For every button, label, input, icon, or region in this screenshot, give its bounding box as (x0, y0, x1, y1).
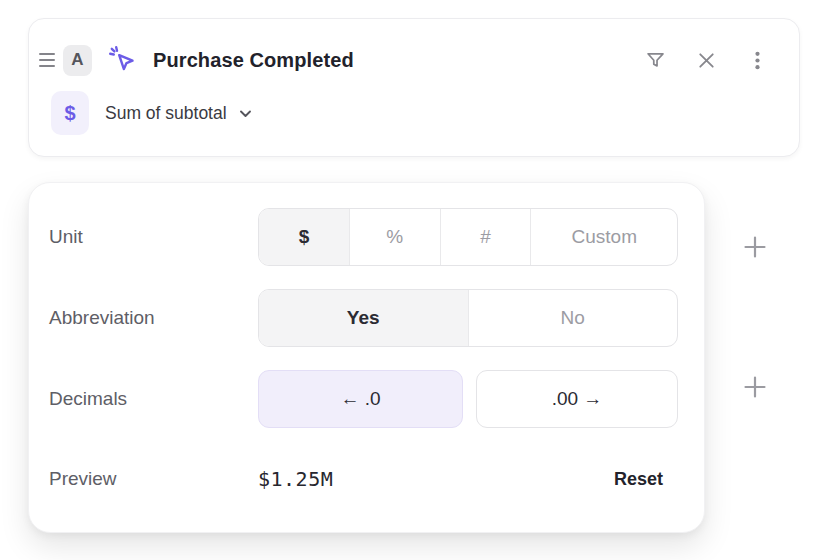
metric-label: Sum of subtotal (105, 103, 227, 124)
event-title[interactable]: Purchase Completed (153, 49, 354, 72)
filter-icon[interactable] (643, 48, 667, 72)
close-icon[interactable] (694, 48, 718, 72)
decimals-label: Decimals (49, 388, 258, 410)
unit-option-percent[interactable]: % (349, 209, 440, 265)
event-row-badge: A (63, 45, 92, 76)
unit-label: Unit (49, 226, 258, 248)
metric-row: $ Sum of subtotal (51, 91, 799, 135)
decimals-row: Decimals ← .0 .00 → (49, 370, 678, 428)
decimals-decrease-button[interactable]: ← .0 (258, 370, 463, 428)
abbreviation-label: Abbreviation (49, 307, 258, 329)
abbreviation-option-no[interactable]: No (468, 290, 678, 346)
metric-selector[interactable]: $ Sum of subtotal (51, 91, 254, 135)
drag-handle-icon[interactable] (39, 49, 55, 71)
chevron-down-icon (237, 105, 254, 122)
event-actions (643, 48, 769, 72)
preview-label: Preview (49, 468, 258, 490)
more-options-icon[interactable] (745, 48, 769, 72)
event-card-header: A Purchase Completed (37, 43, 769, 77)
preview-row: Preview $1.25M Reset (49, 455, 663, 503)
event-card: A Purchase Completed (28, 18, 800, 157)
abbreviation-segmented-control: Yes No (258, 289, 678, 347)
add-event-button[interactable] (742, 234, 768, 260)
abbreviation-option-yes[interactable]: Yes (259, 290, 468, 346)
unit-option-custom[interactable]: Custom (530, 209, 677, 265)
decimals-increase-button[interactable]: .00 → (476, 370, 678, 428)
unit-row: Unit $ % # Custom (49, 208, 678, 266)
reset-button[interactable]: Reset (614, 469, 663, 490)
add-metric-button[interactable] (742, 374, 768, 400)
number-format-panel: Unit $ % # Custom Abbreviation Yes No De… (28, 182, 705, 533)
dollar-badge-icon: $ (51, 91, 89, 135)
unit-segmented-control: $ % # Custom (258, 208, 678, 266)
preview-value: $1.25M (258, 467, 333, 491)
unit-option-dollar[interactable]: $ (259, 209, 349, 265)
click-event-icon (107, 44, 139, 76)
abbreviation-row: Abbreviation Yes No (49, 289, 678, 347)
unit-option-number[interactable]: # (440, 209, 531, 265)
